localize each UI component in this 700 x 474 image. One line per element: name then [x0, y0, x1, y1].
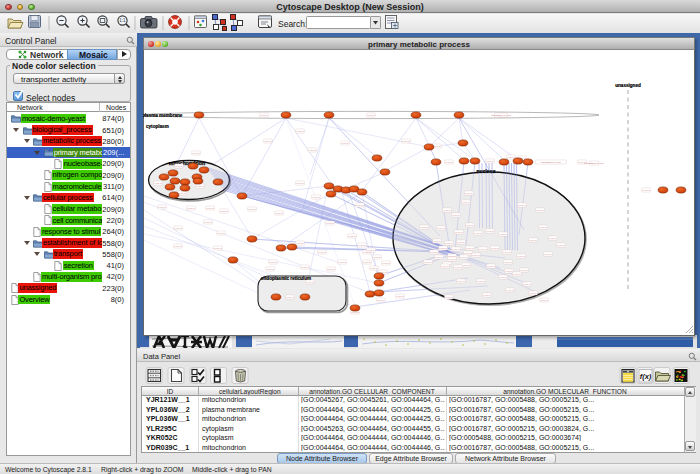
svg-text:(Yxx-x): (Yxx-x) — [439, 247, 447, 250]
svg-text:(Yxx-x): (Yxx-x) — [529, 239, 537, 242]
svg-text:(Yxx-x): (Yxx-x) — [402, 140, 410, 143]
svg-text:(Yxx-x): (Yxx-x) — [217, 232, 225, 235]
svg-text:(Yxx-x): (Yxx-x) — [448, 258, 456, 261]
svg-text:(Yxx-x): (Yxx-x) — [539, 226, 547, 229]
svg-text:(incubation-xx-ref): (incubation-xx-ref) — [541, 161, 561, 164]
svg-text:(Yxx-x): (Yxx-x) — [192, 152, 200, 155]
svg-text:(Yxx-x): (Yxx-x) — [175, 165, 183, 168]
svg-text:(Yxx-x): (Yxx-x) — [452, 214, 460, 217]
svg-text:(Yxx-x): (Yxx-x) — [437, 227, 445, 230]
svg-text:(Yxx-x): (Yxx-x) — [457, 241, 465, 244]
svg-text:(Yxx-x): (Yxx-x) — [464, 252, 472, 255]
svg-text:f(x): f(x) — [640, 372, 652, 381]
svg-text:endoplasmic reticulum: endoplasmic reticulum — [261, 276, 311, 281]
svg-text:(Yxx-x): (Yxx-x) — [483, 294, 491, 297]
svg-text:unassigned: unassigned — [615, 83, 641, 88]
svg-text:(Yxx-x): (Yxx-x) — [474, 232, 482, 235]
svg-text:(Yxx-x): (Yxx-x) — [477, 280, 485, 283]
svg-text:(Yxx-x): (Yxx-x) — [326, 222, 334, 225]
svg-text:(Yxx-x): (Yxx-x) — [220, 210, 228, 213]
svg-text:(Yxx-x): (Yxx-x) — [269, 261, 277, 264]
svg-text:(Yxx-x): (Yxx-x) — [472, 254, 480, 257]
svg-text:(Yxx-x): (Yxx-x) — [296, 242, 304, 245]
svg-text:(Yxx-x): (Yxx-x) — [642, 189, 650, 192]
svg-text:1:1: 1:1 — [119, 18, 126, 23]
svg-text:(Yxx-x): (Yxx-x) — [518, 204, 526, 207]
svg-text:(incubation-xx-ref): (incubation-xx-ref) — [584, 162, 604, 165]
svg-text:(Yxx-x): (Yxx-x) — [154, 182, 162, 185]
svg-text:(Yxx-x): (Yxx-x) — [358, 244, 366, 247]
svg-text:(Yxx-x): (Yxx-x) — [540, 299, 548, 302]
svg-text:(Yxx-x): (Yxx-x) — [454, 266, 462, 269]
svg-text:(Yxx-x): (Yxx-x) — [338, 261, 346, 264]
svg-text:(Yxx-x): (Yxx-x) — [178, 192, 186, 195]
svg-text:(Yxx-x): (Yxx-x) — [507, 156, 515, 159]
svg-text:(Yxx-x): (Yxx-x) — [523, 283, 531, 286]
svg-text:(Yxx-x): (Yxx-x) — [363, 261, 371, 264]
svg-text:(Yxx-x): (Yxx-x) — [308, 149, 316, 152]
svg-text:(Yxx-x): (Yxx-x) — [204, 221, 212, 224]
svg-text:(Yxx-x): (Yxx-x) — [260, 114, 268, 117]
svg-text:(Yxx-x): (Yxx-x) — [466, 224, 474, 227]
svg-text:(Yxx-x): (Yxx-x) — [377, 299, 385, 302]
svg-text:(Yxx-x): (Yxx-x) — [517, 255, 525, 258]
svg-text:(Yxx-x): (Yxx-x) — [487, 265, 495, 268]
svg-text:(Yxx-x): (Yxx-x) — [187, 207, 195, 210]
svg-text:Search:: Search: — [278, 19, 307, 29]
svg-text:(Yxx-x): (Yxx-x) — [452, 248, 460, 251]
svg-text:(Yxx-x): (Yxx-x) — [430, 251, 438, 254]
svg-text:(Yxx-x): (Yxx-x) — [306, 281, 314, 284]
svg-text:(Yxx-x): (Yxx-x) — [373, 256, 381, 259]
svg-text:(Yxx-x): (Yxx-x) — [382, 262, 390, 265]
svg-text:(Yxx-x): (Yxx-x) — [206, 207, 214, 210]
svg-text:(Yxx-x): (Yxx-x) — [174, 245, 182, 248]
svg-text:(Yxx-x): (Yxx-x) — [158, 206, 166, 209]
svg-text:(Yxx-x): (Yxx-x) — [318, 251, 326, 254]
svg-text:(Yxx-x): (Yxx-x) — [479, 248, 487, 251]
svg-text:(Yxx-x): (Yxx-x) — [465, 192, 473, 195]
svg-text:(Yxx-x): (Yxx-x) — [503, 251, 511, 254]
svg-text:(Yxx-x): (Yxx-x) — [455, 231, 463, 234]
svg-text:(Yxx-x): (Yxx-x) — [433, 240, 441, 243]
svg-text:(Yxx-x): (Yxx-x) — [356, 204, 364, 207]
svg-text:(Yxx-x): (Yxx-x) — [486, 230, 494, 233]
svg-text:(Yxx-x): (Yxx-x) — [367, 114, 375, 117]
svg-text:(Yxx-x): (Yxx-x) — [370, 267, 378, 270]
svg-text:(Yxx-x): (Yxx-x) — [513, 273, 521, 276]
svg-text:(Yxx-x): (Yxx-x) — [196, 185, 204, 188]
svg-text:(Yxx-x): (Yxx-x) — [466, 247, 474, 250]
svg-text:(Yxx-x): (Yxx-x) — [457, 280, 465, 283]
svg-text:(Yxx-x): (Yxx-x) — [499, 233, 507, 236]
svg-text:(Yxx-x): (Yxx-x) — [248, 208, 256, 211]
svg-text:(Yxx-x): (Yxx-x) — [301, 266, 309, 269]
svg-text:(Yxx-x): (Yxx-x) — [433, 145, 441, 148]
svg-text:(Yxx-x): (Yxx-x) — [441, 265, 449, 268]
svg-text:(Yxx-x): (Yxx-x) — [348, 235, 356, 238]
svg-text:(Yxx-x): (Yxx-x) — [367, 249, 375, 252]
svg-text:(Yxx-x): (Yxx-x) — [462, 264, 470, 267]
svg-text:(Yxx-x): (Yxx-x) — [544, 253, 552, 256]
svg-text:(incubation-xx-ref): (incubation-xx-ref) — [491, 114, 511, 117]
svg-text:(Yxx-x): (Yxx-x) — [351, 311, 359, 314]
svg-text:(Yxx-x): (Yxx-x) — [445, 296, 453, 299]
svg-text:(Yxx-x): (Yxx-x) — [549, 237, 557, 240]
svg-text:(Yxx-x): (Yxx-x) — [174, 227, 182, 230]
svg-text:(Yxx-x): (Yxx-x) — [214, 247, 222, 250]
svg-text:(Yxx-x): (Yxx-x) — [445, 161, 453, 164]
svg-text:plasma membrane: plasma membrane — [143, 113, 183, 118]
svg-text:(Yxx-x): (Yxx-x) — [536, 209, 544, 212]
svg-text:(Yxx-x): (Yxx-x) — [286, 296, 294, 299]
svg-text:(Yxx-x): (Yxx-x) — [443, 209, 451, 212]
svg-text:(Yxx-x): (Yxx-x) — [491, 247, 499, 250]
svg-text:(Yxx-x): (Yxx-x) — [327, 268, 335, 271]
svg-text:(Yxx-x): (Yxx-x) — [462, 201, 470, 204]
svg-text:(Yxx-x): (Yxx-x) — [312, 196, 320, 199]
svg-text:(Yxx-x): (Yxx-x) — [396, 295, 404, 298]
svg-text:(Yxx-x): (Yxx-x) — [424, 261, 432, 264]
svg-text:(Yxx-x): (Yxx-x) — [266, 268, 274, 271]
svg-text:(Yxx-x): (Yxx-x) — [499, 276, 507, 279]
svg-text:(Yxx-x): (Yxx-x) — [275, 212, 283, 215]
svg-text:(Yxx-x): (Yxx-x) — [504, 261, 512, 264]
svg-text:(Yxx-x): (Yxx-x) — [445, 242, 453, 245]
svg-text:(Yxx-x): (Yxx-x) — [506, 289, 514, 292]
